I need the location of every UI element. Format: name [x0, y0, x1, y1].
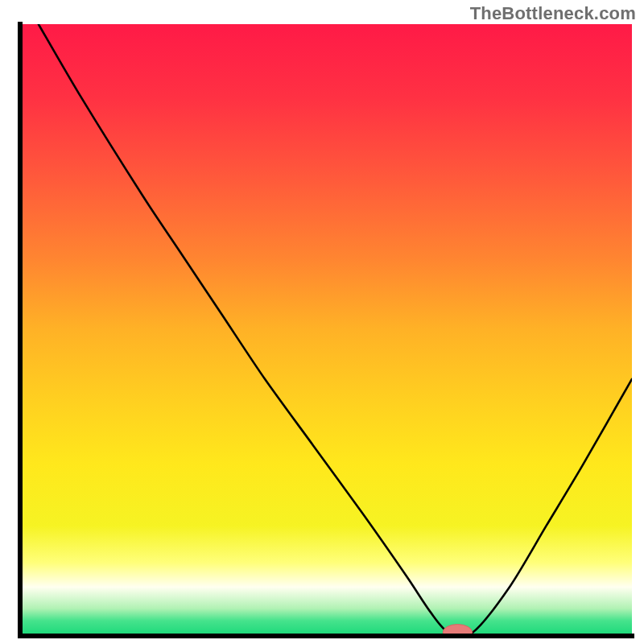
watermark-text: TheBottleneck.com: [470, 3, 636, 24]
plot-background: [20, 24, 632, 636]
bottleneck-chart: [0, 0, 644, 644]
